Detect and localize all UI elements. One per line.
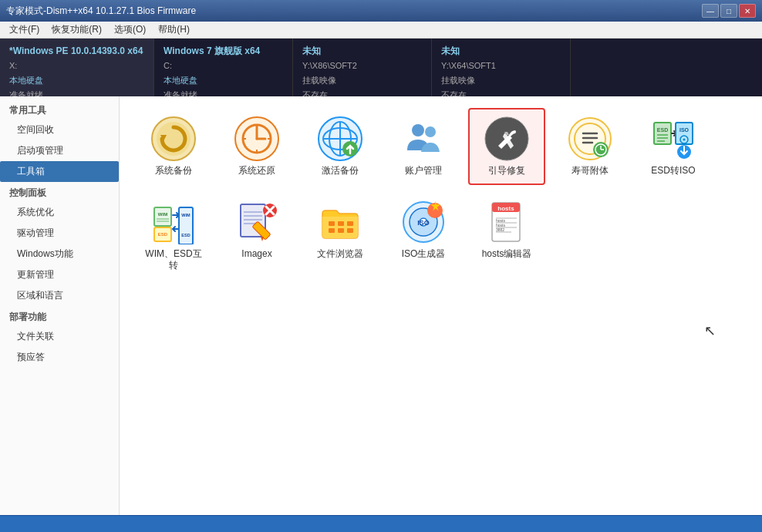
icon-sys-backup-label: 系统备份	[155, 165, 192, 177]
sidebar-item-file-association[interactable]: 文件关联	[0, 326, 119, 347]
header-col-0-line3: 本地硬盘	[9, 73, 144, 88]
icon-sys-restore[interactable]: 系统还原	[218, 108, 295, 185]
icon-sys-backup[interactable]: 系统备份	[135, 108, 212, 185]
wim-esd-icon-svg: WIM ESD WIM ESD	[151, 200, 196, 244]
header-col-0-line2: X:	[9, 59, 144, 73]
svg-rect-62	[338, 228, 344, 233]
restore-icon-svg	[234, 116, 279, 161]
icon-hosts-editor-label: hosts编辑器	[482, 248, 532, 261]
icon-account-mgmt[interactable]: 账户管理	[385, 108, 462, 185]
icon-activate-backup[interactable]: 激活备份	[302, 108, 379, 185]
header-col-3-line2: Y:\X64\SOFT1	[441, 59, 561, 73]
svg-point-17	[412, 124, 424, 136]
boot-repair-icon-svg	[484, 116, 529, 161]
sidebar-item-driver-mgmt[interactable]: 驱动管理	[0, 223, 119, 244]
svg-rect-63	[347, 228, 353, 233]
icon-shouge[interactable]: 寿哥附体	[551, 108, 629, 185]
backup-icon-svg	[151, 116, 196, 161]
sidebar-item-startup-mgmt[interactable]: 启动项管理	[0, 140, 119, 161]
content-area: 系统备份 系统还原	[120, 96, 762, 515]
svg-rect-34	[676, 123, 693, 144]
icon-file-browser-label: 文件浏览器	[317, 248, 363, 261]
menu-help[interactable]: 帮助(H)	[152, 22, 196, 38]
svg-rect-59	[338, 221, 344, 226]
icon-activate-label: 激活备份	[322, 165, 359, 177]
svg-rect-58	[329, 221, 335, 226]
header-col-1-line2: C:	[164, 59, 283, 73]
icon-imagex-label: Imagex	[241, 248, 271, 261]
header-col-2[interactable]: 未知 Y:\X86\SOFT2 挂载映像 不存在	[293, 39, 432, 96]
header-bar: *Windows PE 10.0.14393.0 x64 X: 本地硬盘 准备就…	[0, 39, 762, 96]
shouge-icon-svg	[568, 116, 612, 161]
sidebar-item-update-mgmt[interactable]: 更新管理	[0, 264, 119, 285]
svg-text:WIM: WIM	[181, 213, 190, 217]
menu-file[interactable]: 文件(F)	[3, 22, 46, 38]
title-bar: 专家模式-Dism++x64 10.1.27.1 Bios Firmware —…	[0, 0, 762, 22]
svg-rect-61	[329, 228, 335, 233]
account-icon-svg	[401, 116, 446, 161]
status-bar	[0, 515, 762, 532]
app-title: 专家模式-Dism++x64 10.1.27.1 Bios Firmware	[6, 5, 196, 18]
svg-point-37	[683, 139, 686, 141]
icon-sys-restore-label: 系统还原	[238, 165, 275, 177]
minimize-button[interactable]: —	[702, 4, 719, 18]
svg-text:ISO: ISO	[417, 219, 430, 227]
header-col-2-title: 未知	[302, 43, 422, 59]
sidebar-item-space-reclaim[interactable]: 空间回收	[0, 120, 119, 140]
header-col-3-title: 未知	[441, 43, 561, 59]
svg-text:ESD: ESD	[181, 233, 190, 237]
menu-restore[interactable]: 恢复功能(R)	[46, 22, 108, 38]
header-col-3[interactable]: 未知 Y:\X64\SOFT1 挂载映像 不存在	[432, 39, 571, 96]
header-col-3-line3: 挂载映像	[441, 73, 561, 88]
svg-text:hosts: hosts	[497, 205, 514, 212]
icon-file-browser[interactable]: 文件浏览器	[302, 191, 379, 280]
activate-icon-svg	[318, 116, 362, 161]
header-col-0-title: *Windows PE 10.0.14393.0 x64	[9, 43, 144, 59]
svg-rect-60	[347, 221, 353, 226]
icon-hosts-editor[interactable]: hosts hosts hosts 3882 hosts编辑器	[468, 191, 545, 280]
esd-iso-icon-svg: ESD ISO	[651, 116, 696, 161]
sidebar-item-pre-answers[interactable]: 预应答	[0, 347, 119, 368]
header-col-2-line3: 挂载映像	[302, 73, 422, 88]
sidebar: 常用工具 空间回收 启动项管理 工具箱 控制面板 系统优化 驱动管理 Windo…	[0, 96, 120, 515]
sidebar-item-windows-features[interactable]: Windows功能	[0, 244, 119, 264]
svg-point-18	[425, 126, 436, 137]
icon-imagex[interactable]: Imagex	[218, 191, 295, 280]
sidebar-item-sys-optimize[interactable]: 系统优化	[0, 202, 119, 223]
icon-boot-repair-label: 引导修复	[488, 165, 525, 177]
icon-esd-iso-label: ESD转ISO	[651, 165, 695, 177]
sidebar-item-region-language[interactable]: 区域和语言	[0, 285, 119, 306]
imagex-icon-svg	[234, 200, 279, 244]
filebrowser-icon-svg	[318, 200, 362, 244]
header-col-1[interactable]: Windows 7 旗舰版 x64 C: 本地硬盘 准备就绪	[154, 39, 293, 96]
header-col-1-title: Windows 7 旗舰版 x64	[164, 43, 283, 59]
svg-text:ESD: ESD	[158, 232, 168, 237]
header-col-1-line3: 本地硬盘	[164, 73, 283, 88]
window-controls: — □ ✕	[702, 4, 756, 18]
svg-marker-54	[261, 237, 264, 241]
icon-shouge-label: 寿哥附体	[572, 165, 609, 177]
svg-text:ESD: ESD	[657, 127, 668, 133]
menu-options[interactable]: 选项(O)	[108, 22, 152, 38]
menu-bar: 文件(F) 恢复功能(R) 选项(O) 帮助(H)	[0, 22, 762, 39]
toolbox-icons-grid: 系统备份 系统还原	[135, 108, 747, 280]
svg-text:3882: 3882	[496, 227, 504, 232]
svg-text:ISO: ISO	[679, 127, 690, 133]
sidebar-item-toolbox[interactable]: 工具箱	[0, 161, 119, 182]
sidebar-group-control-panel: 控制面板	[0, 182, 119, 202]
header-col-0[interactable]: *Windows PE 10.0.14393.0 x64 X: 本地硬盘 准备就…	[0, 39, 154, 96]
close-button[interactable]: ✕	[739, 4, 756, 18]
cursor-arrow: ↖	[704, 322, 716, 339]
main-layout: 常用工具 空间回收 启动项管理 工具箱 控制面板 系统优化 驱动管理 Windo…	[0, 96, 762, 515]
icon-wim-esd[interactable]: WIM ESD WIM ESD WIM	[135, 191, 212, 280]
icon-esd-iso[interactable]: ESD ISO	[635, 108, 712, 185]
icon-boot-repair[interactable]: 引导修复	[468, 108, 545, 185]
icon-iso-gen-label: ISO生成器	[402, 248, 446, 261]
iso-gen-icon-svg: ISO	[401, 200, 446, 244]
svg-text:WIM: WIM	[158, 212, 167, 217]
icon-iso-gen[interactable]: ISO ISO生成器	[385, 191, 462, 280]
sidebar-group-deploy: 部署功能	[0, 306, 119, 326]
sidebar-group-common: 常用工具	[0, 99, 119, 120]
hosts-icon-svg: hosts hosts hosts 3882	[484, 200, 529, 244]
maximize-button[interactable]: □	[720, 4, 737, 18]
